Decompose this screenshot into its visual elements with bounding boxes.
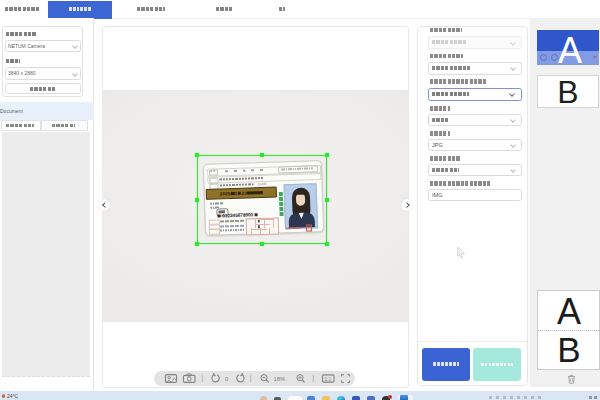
svg-text:B: B [557, 75, 578, 108]
svg-text:B: B [557, 330, 580, 369]
svg-text:1:1: 1:1 [324, 377, 331, 382]
svg-text:18%: 18% [274, 376, 286, 382]
svg-text:A: A [557, 291, 581, 332]
svg-text:0: 0 [225, 376, 229, 382]
